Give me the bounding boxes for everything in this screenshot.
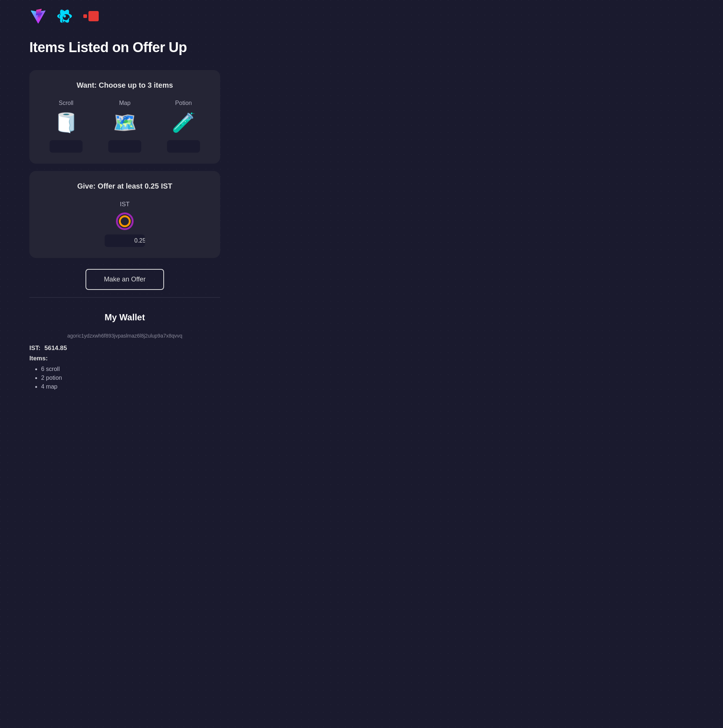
ist-currency-label: IST (120, 201, 130, 208)
potion-spinner: ▲ ▼ (167, 140, 200, 153)
potion-quantity-input[interactable] (167, 140, 200, 153)
give-card-title: Give: Offer at least 0.25 IST (40, 182, 210, 190)
scroll-item: Scroll 🧻 ▲ ▼ (40, 100, 92, 153)
map-quantity-input[interactable] (108, 140, 141, 153)
want-card: Want: Choose up to 3 items Scroll 🧻 ▲ ▼ … (29, 70, 220, 164)
map-emoji: 🗺️ (113, 111, 137, 134)
want-card-title: Want: Choose up to 3 items (40, 81, 210, 90)
wallet-address: agoric1ydzxwh6f893jvpaslmaz6l8j2ulup9a7x… (29, 333, 220, 339)
wallet-section: My Wallet agoric1ydzxwh6f893jvpaslmaz6l8… (29, 305, 220, 399)
ist-amount-input[interactable] (104, 234, 145, 247)
wallet-ist: IST: 5614.85 (29, 344, 220, 352)
scroll-label: Scroll (59, 100, 74, 106)
potion-emoji: 🧪 (172, 111, 196, 134)
vite-icon[interactable] (29, 7, 47, 25)
wallet-ist-value: 5614.85 (44, 344, 67, 352)
svg-point-0 (63, 15, 66, 17)
divider (29, 297, 220, 298)
scroll-quantity-input[interactable] (49, 140, 83, 153)
main-content: Items Listed on Offer Up Want: Choose up… (0, 32, 723, 407)
react-icon[interactable] (56, 7, 74, 25)
ist-amount-spinner: ▲ ▼ (104, 234, 145, 247)
wallet-title: My Wallet (29, 312, 220, 323)
ist-icon (115, 211, 135, 231)
wallet-items-list: 6 scroll 2 potion 4 map (29, 366, 220, 390)
ist-ring-inner (119, 216, 131, 227)
give-section: IST ▲ ▼ (40, 201, 210, 247)
redux-icon[interactable] (82, 7, 100, 25)
toolbar (0, 0, 723, 32)
redux-dot (83, 14, 87, 18)
map-label: Map (119, 100, 130, 106)
map-spinner: ▲ ▼ (108, 140, 141, 153)
items-grid: Scroll 🧻 ▲ ▼ Map 🗺️ ▲ (40, 100, 210, 153)
ist-ring (116, 213, 133, 230)
list-item: 4 map (41, 384, 220, 390)
make-offer-button[interactable]: Make an Offer (86, 269, 164, 290)
page-title: Items Listed on Offer Up (29, 40, 694, 55)
potion-item: Potion 🧪 ▲ ▼ (157, 100, 210, 153)
potion-label: Potion (175, 100, 191, 106)
list-item: 2 potion (41, 375, 220, 381)
wallet-ist-label: IST: (29, 344, 40, 352)
scroll-emoji: 🧻 (54, 111, 78, 134)
make-offer-container: Make an Offer (29, 265, 220, 290)
redux-square (89, 11, 99, 21)
give-card: Give: Offer at least 0.25 IST IST ▲ ▼ (29, 171, 220, 258)
map-item: Map 🗺️ ▲ ▼ (98, 100, 151, 153)
scroll-spinner: ▲ ▼ (49, 140, 83, 153)
wallet-items-label: Items: (29, 355, 220, 362)
list-item: 6 scroll (41, 366, 220, 372)
